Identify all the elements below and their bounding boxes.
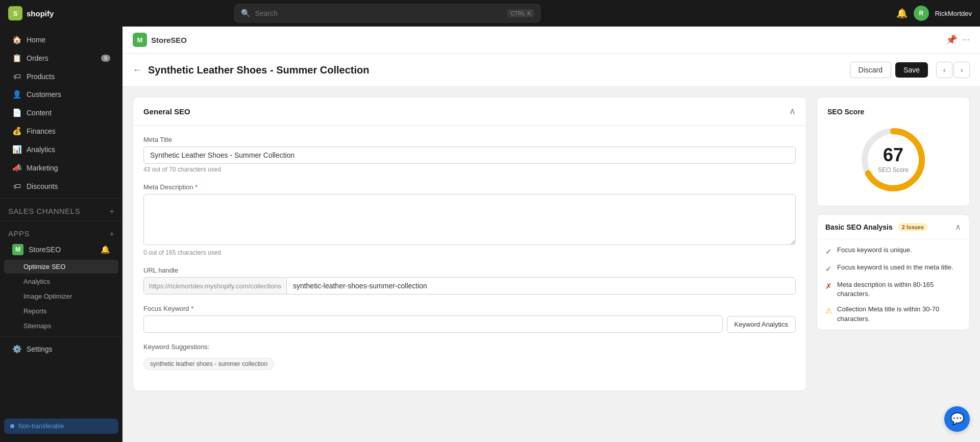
app-header: M StoreSEO 📌 ··· (122, 27, 980, 54)
seo-score-title: SEO Score (827, 108, 959, 116)
customers-icon: 👤 (12, 90, 21, 99)
url-prefix: https://rickmortdev.myshopify.com/collec… (144, 278, 287, 294)
score-label: SEO Score (878, 166, 909, 174)
app-header-right: 📌 ··· (946, 34, 970, 45)
meta-title-label: Meta Title (143, 136, 796, 143)
sidebar-item-settings[interactable]: ⚙️ Settings (4, 340, 118, 358)
page-body: General SEO ∧ Meta Title 43 out of 70 ch… (122, 87, 980, 401)
focus-keyword-required: * (191, 305, 193, 312)
analysis-item-0: ✓ Focus keyword is unique. (825, 245, 961, 257)
analysis-item-2: ✗ Meta description is within 80-165 char… (825, 280, 961, 299)
page-title: Synthetic Leather Shoes - Summer Collect… (148, 64, 369, 76)
sidebar-item-marketing[interactable]: 📣 Marketing (4, 159, 118, 177)
basic-seo-analysis-card: Basic SEO Analysis 2 Issues ∧ ✓ Focus ke… (817, 214, 970, 330)
sidebar-item-storeseo[interactable]: M StoreSEO 🔔 (4, 240, 118, 259)
sidebar-sub-item-optimize-seo[interactable]: Optimize SEO (4, 260, 118, 274)
save-button[interactable]: Save (895, 62, 928, 78)
sidebar-item-customers[interactable]: 👤 Customers (4, 86, 118, 103)
sidebar-item-orders[interactable]: 📋 Orders 9 (4, 50, 118, 67)
sidebar-sub-item-analytics[interactable]: Analytics (4, 275, 118, 288)
seo-panel: SEO Score 67 SEO Score (817, 97, 970, 330)
page-header: ← Synthetic Leather Shoes - Summer Colle… (122, 54, 980, 87)
sidebar-item-analytics[interactable]: 📊 Analytics (4, 141, 118, 158)
search-shortcut: CTRL K (507, 9, 534, 17)
home-icon: 🏠 (12, 35, 21, 44)
sidebar-item-content[interactable]: 📄 Content (4, 104, 118, 121)
analysis-title: Basic SEO Analysis (825, 223, 893, 231)
meta-title-input[interactable] (143, 146, 796, 164)
content-icon: 📄 (12, 108, 21, 117)
search-bar[interactable]: 🔍 CTRL K (234, 4, 541, 22)
search-input[interactable] (255, 9, 503, 17)
keyword-suggestion-tag[interactable]: synthetic leather shoes - summer collect… (143, 358, 274, 370)
avatar: R (914, 6, 929, 21)
analysis-items: ✓ Focus keyword is unique. ✓ Focus keywo… (817, 239, 969, 330)
url-handle-group: URL handle https://rickmortdev.myshopify… (143, 266, 796, 294)
panel-collapse-icon[interactable]: ∧ (789, 106, 796, 117)
meta-desc-label: Meta Description * (143, 183, 796, 191)
sidebar-bottom: Non-transferable (0, 414, 122, 438)
analysis-item-1: ✓ Focus keyword is used in the meta titl… (825, 263, 961, 274)
app-name: StoreSEO (151, 36, 187, 44)
notification-icon[interactable]: 🔔 (896, 8, 908, 19)
discounts-icon: 🏷 (12, 182, 21, 190)
focus-keyword-label: Focus Keyword * (143, 305, 796, 312)
analysis-item-3: ⚠ Collection Meta title is within 30-70 … (825, 305, 961, 323)
warn-icon-3: ⚠ (825, 305, 832, 316)
topbar-right: 🔔 R RickMortdev (896, 6, 972, 21)
prev-button[interactable]: ‹ (936, 62, 952, 78)
keyword-analytics-button[interactable]: Keyword Analytics (727, 316, 796, 333)
apps-expand[interactable]: + (110, 229, 114, 238)
shopify-logo-text: shopify (27, 9, 54, 18)
main-layout: 🏠 Home 📋 Orders 9 🏷 Products 👤 Customers… (0, 27, 980, 442)
next-button[interactable]: › (953, 62, 970, 78)
sidebar-sub-item-image-optimizer[interactable]: Image Optimizer (4, 289, 118, 303)
analysis-toggle-icon[interactable]: ∧ (955, 222, 961, 232)
meta-desc-required: * (195, 183, 198, 191)
seo-score-card: SEO Score 67 SEO Score (817, 97, 970, 206)
sidebar-item-home[interactable]: 🏠 Home (4, 31, 118, 48)
storeseo-app-icon: M (12, 244, 23, 255)
sidebar-item-products[interactable]: 🏷 Products (4, 68, 118, 85)
app-icon: M (133, 33, 147, 47)
chat-fab[interactable]: 💬 (944, 406, 970, 432)
apps-section: Apps + (0, 224, 122, 240)
cross-icon-2: ✗ (825, 281, 832, 291)
meta-desc-textarea[interactable] (143, 194, 796, 245)
focus-keyword-group: Focus Keyword * Keyword Analytics (143, 305, 796, 333)
sidebar-item-finances[interactable]: 💰 Finances (4, 122, 118, 140)
check-icon-1: ✓ (825, 263, 832, 274)
general-seo-panel: General SEO ∧ Meta Title 43 out of 70 ch… (133, 97, 806, 391)
focus-keyword-row: Keyword Analytics (143, 315, 796, 333)
sales-channels-section: Sales channels + (0, 202, 122, 217)
discard-button[interactable]: Discard (850, 62, 891, 78)
storeseo-bell-icon[interactable]: 🔔 (101, 245, 110, 254)
keyword-suggestions-label: Keyword Suggestions: (143, 343, 796, 351)
non-transferable-dot (10, 424, 14, 428)
analytics-icon: 📊 (12, 145, 21, 154)
more-options-icon[interactable]: ··· (962, 34, 970, 45)
sidebar-item-discounts[interactable]: 🏷 Discounts (4, 178, 118, 194)
back-arrow-icon[interactable]: ← (133, 65, 142, 76)
content-area: M StoreSEO 📌 ··· ← Synthetic Leather Sho… (122, 27, 980, 442)
sales-channels-expand[interactable]: + (110, 207, 114, 215)
meta-desc-char-count: 0 out of 165 characters used (143, 249, 796, 256)
search-icon: 🔍 (241, 9, 251, 18)
sidebar-sub-item-sitemaps[interactable]: Sitemaps (4, 319, 118, 333)
orders-icon: 📋 (12, 54, 21, 63)
url-input-wrapper: https://rickmortdev.myshopify.com/collec… (143, 277, 796, 294)
sidebar-sub-item-reports[interactable]: Reports (4, 304, 118, 318)
nav-arrows: ‹ › (936, 62, 970, 78)
products-icon: 🏷 (12, 72, 21, 81)
score-number: 67 (878, 146, 909, 164)
topbar: S shopify 🔍 CTRL K 🔔 R RickMortdev (0, 0, 980, 27)
pin-icon[interactable]: 📌 (946, 34, 957, 45)
score-circle: 67 SEO Score (857, 124, 929, 195)
sidebar: 🏠 Home 📋 Orders 9 🏷 Products 👤 Customers… (0, 27, 122, 442)
username: RickMortdev (935, 10, 972, 17)
shopify-logo: S shopify (8, 6, 54, 20)
url-handle-input[interactable] (287, 278, 795, 294)
score-text: 67 SEO Score (878, 146, 909, 174)
focus-keyword-input[interactable] (143, 315, 723, 333)
check-icon-0: ✓ (825, 246, 832, 257)
